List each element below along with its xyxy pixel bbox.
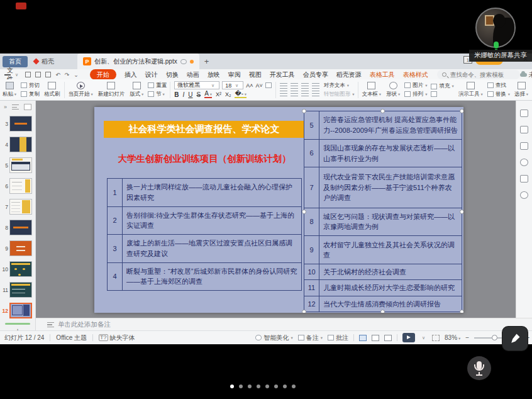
menu-tab-6[interactable]: 审阅	[228, 70, 241, 79]
underline-button[interactable]: U	[188, 91, 192, 98]
thumbnail-preview[interactable]	[9, 157, 32, 173]
align-text-button[interactable]: 对齐文本	[324, 82, 355, 89]
thumbnail-view-icon[interactable]	[24, 104, 31, 110]
page-dot-1[interactable]	[230, 385, 234, 388]
selection-handle[interactable]	[302, 109, 306, 113]
selection-handle[interactable]	[460, 310, 463, 313]
slide-thumbnail-8[interactable]: 8	[0, 217, 35, 238]
present-tools-button[interactable]: 演示工具	[456, 79, 485, 100]
layout-button[interactable]: 版式	[127, 79, 146, 100]
image-tools-icon[interactable]	[520, 175, 528, 183]
menu-tab-10[interactable]: 稻壳资源	[336, 70, 362, 79]
thumbnail-preview[interactable]	[9, 282, 32, 298]
clear-format-icon[interactable]	[265, 82, 272, 88]
undo-icon[interactable]: ↶	[55, 72, 60, 78]
theme-name[interactable]: Office 主题	[56, 334, 87, 342]
paste-button[interactable]: 粘贴	[0, 79, 19, 100]
annotation-tool-button[interactable]	[502, 327, 528, 351]
number-list-icon[interactable]	[291, 83, 298, 89]
save-icon[interactable]	[25, 72, 31, 77]
timer-icon[interactable]	[520, 159, 528, 166]
justify-icon[interactable]	[312, 91, 319, 97]
copy-button[interactable]: 复制	[21, 91, 40, 98]
notes-bar[interactable]: 单击此处添加备注	[36, 318, 532, 330]
selection-handle[interactable]	[460, 210, 463, 214]
meeting-mic-button[interactable]	[467, 356, 491, 380]
slideshow-play-button[interactable]	[402, 333, 415, 342]
outline-view-icon[interactable]	[12, 104, 19, 110]
replace-button[interactable]: 替换	[487, 91, 510, 98]
page-dot-2[interactable]	[239, 385, 243, 388]
menu-tab-2[interactable]: 设计	[145, 70, 158, 79]
tips-icon[interactable]	[520, 191, 528, 199]
highlight-button[interactable]: �-	[235, 91, 247, 98]
slide-thumbnail-6[interactable]: 6	[0, 176, 35, 196]
beautify-icon[interactable]	[520, 126, 528, 133]
strikethrough-button[interactable]: S	[196, 91, 201, 98]
menu-tab-9[interactable]: 会员专享	[303, 70, 328, 79]
reset-button[interactable]: 重置	[148, 82, 167, 89]
indent-decrease-icon[interactable]	[301, 83, 309, 89]
selection-handle[interactable]	[460, 109, 463, 113]
selection-handle[interactable]	[302, 210, 306, 214]
right-topics-table[interactable]: 5完善春运应急管理机制 提高处置应急事件能力--2008-2009年广州春运应急…	[304, 111, 462, 312]
align-center-icon[interactable]	[291, 91, 298, 97]
page-indicator-dots[interactable]	[230, 385, 296, 388]
find-button[interactable]: 查找	[487, 82, 510, 89]
slide-thumbnail-11[interactable]: 11	[0, 279, 35, 300]
bullet-list-icon[interactable]	[280, 83, 287, 89]
arrange-button[interactable]: 排列	[404, 91, 427, 98]
redo-icon[interactable]: ↷	[65, 72, 70, 78]
thumbnail-preview[interactable]	[9, 303, 32, 318]
text-box-button[interactable]: 文本框	[360, 79, 384, 100]
slide-title[interactable]: 社会科学类社会调查报告、学术论文	[104, 121, 304, 138]
slide-thumbnail-3[interactable]: 3	[0, 113, 35, 134]
comments-button[interactable]: 批注	[328, 334, 348, 342]
menu-tab-7[interactable]: 视图	[249, 70, 262, 79]
subscript-button[interactable]: X₂	[225, 91, 231, 98]
menu-tab-8[interactable]: 开发工具	[270, 70, 295, 79]
slide-thumbnail-10[interactable]: 10	[0, 259, 35, 279]
new-slide-button[interactable]: 新建幻灯片	[96, 79, 128, 100]
object-properties-icon[interactable]	[520, 110, 528, 117]
bold-button[interactable]: B	[174, 91, 179, 98]
font-color-button[interactable]: A	[204, 91, 212, 98]
picture-button[interactable]: 图片	[404, 82, 427, 89]
menu-tab-1[interactable]: 插入	[125, 70, 137, 79]
context-tab-1[interactable]: 表格样式	[403, 70, 428, 79]
cut-button[interactable]: 剪切	[21, 82, 40, 89]
page-dot-7[interactable]	[283, 385, 287, 388]
left-topics-table[interactable]: 1换一片土壤同样绽放——流动儿童社会融入的心理保护因素研究2告别徘徊:待业大学生…	[107, 178, 302, 291]
slide-thumbnail-12[interactable]: 12	[0, 300, 35, 321]
page-dot-8[interactable]	[292, 385, 296, 388]
play-from-page-button[interactable]: 当页开始	[66, 79, 96, 100]
export-icon[interactable]	[35, 72, 41, 77]
page-dot-6[interactable]	[274, 385, 278, 388]
thumbnail-preview[interactable]	[9, 116, 32, 132]
zoom-level[interactable]: 83%	[445, 334, 460, 341]
thumbnail-preview[interactable]	[9, 220, 32, 235]
slide-subtitle[interactable]: 大学生创新创业训练项目（创新训练计划）	[99, 153, 309, 165]
align-left-icon[interactable]	[280, 91, 287, 97]
reading-view-button[interactable]	[384, 335, 392, 341]
selection-handle[interactable]	[302, 310, 306, 313]
slide-thumbnail-4[interactable]: 4	[0, 134, 35, 155]
slide-thumbnail-7[interactable]: 7	[0, 196, 35, 217]
fill-button[interactable]: 填充	[431, 82, 453, 90]
document-tab[interactable]: P 创新、创业的方法和逻辑.pptx	[77, 53, 199, 69]
grow-font-icon[interactable]: A˄	[246, 82, 253, 89]
menu-tab-5[interactable]: 放映	[208, 70, 220, 79]
thumbnail-preview[interactable]	[9, 137, 32, 152]
thumbnail-preview[interactable]	[9, 178, 32, 194]
command-search[interactable]	[437, 70, 520, 79]
indent-increase-icon[interactable]	[312, 83, 319, 89]
section-button[interactable]: 节	[148, 91, 167, 98]
font-size-select[interactable]: 18∨	[222, 81, 243, 89]
smart-beautify-button[interactable]: 智能美化	[255, 334, 292, 342]
font-name-select[interactable]: 微软雅黑∨	[174, 81, 219, 89]
play-options-icon[interactable]: ∨	[422, 335, 425, 340]
thumbnail-preview[interactable]	[9, 261, 32, 277]
slide-thumbnail-9[interactable]: 9	[0, 238, 35, 259]
context-tab-0[interactable]: 表格工具	[370, 70, 395, 79]
menu-tab-3[interactable]: 切换	[166, 70, 179, 79]
